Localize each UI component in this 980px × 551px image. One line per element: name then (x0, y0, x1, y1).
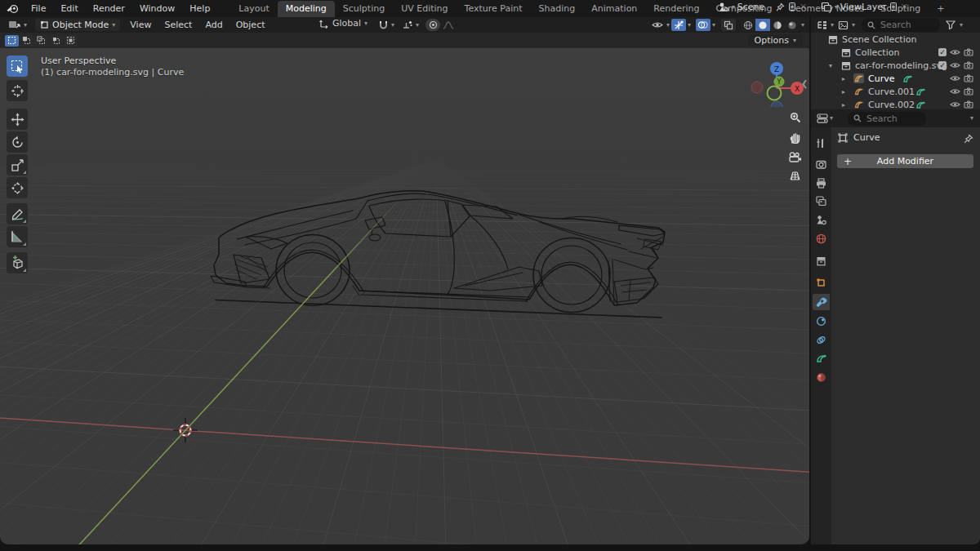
scene-selector[interactable]: ▾ Scene ✕ (718, 2, 807, 12)
hide-eye-icon[interactable] (950, 48, 960, 56)
shading-rendered-button[interactable] (785, 19, 800, 31)
tool-cursor[interactable] (7, 80, 28, 101)
menu-item[interactable]: Window (132, 2, 182, 16)
tab-view-layer[interactable] (813, 193, 830, 209)
tool-transform[interactable] (7, 177, 28, 198)
tab-scene[interactable] (813, 211, 830, 228)
remove-viewlayer-icon[interactable]: ✕ (901, 2, 908, 12)
hide-eye-icon[interactable] (950, 74, 960, 82)
outliner-row-collection[interactable]: Collection ✓ (811, 46, 980, 59)
tool-scale[interactable] (7, 154, 28, 176)
viewport-menu-item[interactable]: Select (158, 18, 198, 32)
tab-object[interactable] (813, 274, 830, 291)
new-scene-icon[interactable] (787, 2, 797, 12)
tool-select-box[interactable] (7, 56, 28, 77)
gizmo-axis-y-neg[interactable] (768, 87, 782, 100)
collapse-icon[interactable]: ▾ (829, 62, 832, 69)
select-mode-new-button[interactable] (5, 35, 19, 47)
tool-add-cube[interactable] (7, 252, 28, 273)
breadcrumb[interactable]: Curve (838, 132, 880, 143)
properties-search[interactable] (848, 112, 926, 126)
tab-render[interactable] (813, 156, 830, 172)
navigation-gizmo[interactable]: Y Z X (750, 55, 804, 107)
outliner-filter-button[interactable] (943, 19, 958, 31)
pan-tool-icon[interactable] (786, 128, 804, 146)
viewport-3d[interactable]: User Perspective (1) car-for-modeling.sv… (0, 48, 809, 544)
menu-item[interactable]: Help (182, 2, 217, 16)
select-mode-subtract-button[interactable] (34, 35, 48, 47)
exclude-checkbox[interactable]: ✓ (938, 48, 947, 56)
camera-view-icon[interactable] (786, 148, 804, 166)
options-button[interactable]: Options ▾ (748, 34, 803, 47)
tab-world[interactable] (813, 230, 830, 247)
properties-search-input[interactable] (865, 113, 920, 125)
workspace-tab[interactable]: + (929, 1, 952, 17)
mode-dropdown[interactable]: Object Mode ▾ (35, 19, 120, 31)
camera-visibility-icon[interactable] (964, 74, 973, 82)
proportional-editing-icon[interactable] (425, 19, 440, 31)
workspace-tab[interactable]: UV Editing (393, 1, 456, 17)
tool-move[interactable] (7, 109, 28, 130)
camera-visibility-icon[interactable] (964, 48, 973, 56)
tab-output[interactable] (813, 175, 830, 191)
add-modifier-button[interactable]: + Add Modifier (837, 154, 973, 168)
gizmo-axis-x-neg[interactable] (751, 82, 763, 93)
outliner-row-scene-collection[interactable]: Scene Collection (811, 33, 980, 46)
outliner-row-curve-002[interactable]: ▸ Curve.002 (811, 98, 980, 109)
properties-editor-type-button[interactable] (815, 113, 830, 125)
tool-measure[interactable] (7, 226, 28, 247)
camera-visibility-icon[interactable] (964, 100, 973, 109)
gizmos-toggle[interactable] (671, 19, 686, 31)
workspace-tab[interactable]: Modeling (278, 1, 335, 17)
outliner-search[interactable] (862, 18, 940, 32)
pin-icon[interactable] (776, 2, 785, 11)
viewport-menu-item[interactable]: View (123, 18, 158, 32)
workspace-tab[interactable]: Animation (583, 1, 645, 17)
menu-item[interactable]: File (24, 2, 53, 16)
hide-eye-icon[interactable] (950, 100, 960, 109)
workspace-tab[interactable]: Rendering (645, 1, 707, 17)
shading-solid-button[interactable] (755, 19, 770, 31)
unlink-scene-icon[interactable]: ✕ (800, 2, 807, 12)
show-object-types-button[interactable] (650, 19, 665, 31)
select-mode-intersect-button[interactable] (64, 35, 78, 47)
viewport-menu-item[interactable]: Object (229, 18, 272, 32)
hide-eye-icon[interactable] (950, 61, 960, 69)
viewlayer-selector[interactable]: ▾ ViewLayer ✕ (821, 2, 908, 12)
zoom-tool-icon[interactable] (786, 108, 804, 126)
tab-modifiers[interactable] (813, 294, 830, 310)
hide-eye-icon[interactable] (950, 87, 960, 96)
menu-item[interactable]: Edit (53, 2, 85, 16)
tab-collection[interactable] (813, 253, 830, 269)
tool-rotate[interactable] (7, 131, 28, 153)
tool-annotate[interactable] (7, 203, 28, 224)
workspace-tab[interactable]: Shading (531, 1, 584, 17)
viewport-menu-item[interactable]: Add (198, 18, 229, 32)
exclude-checkbox[interactable]: ✓ (938, 61, 947, 69)
select-mode-extend-button[interactable] (20, 35, 33, 47)
tab-physics[interactable] (813, 313, 830, 329)
chevron-down-icon[interactable]: ▾ (970, 115, 973, 122)
gizmo-axis-z-neg[interactable] (771, 101, 782, 107)
workspace-tab[interactable]: Layout (230, 1, 277, 17)
outliner-row-curve[interactable]: ▸ Curve (811, 72, 980, 85)
outliner-row-curve-001[interactable]: ▸ Curve.001 (811, 85, 980, 98)
workspace-tab[interactable]: Sculpting (335, 1, 393, 17)
shading-wireframe-button[interactable] (741, 19, 755, 31)
shading-dropdown-icon[interactable]: ▾ (801, 22, 804, 29)
workspace-tab[interactable]: Texture Paint (457, 1, 531, 17)
outliner-display-mode-button[interactable] (814, 19, 829, 31)
shading-material-button[interactable] (770, 19, 785, 31)
select-mode-invert-button[interactable] (49, 35, 63, 47)
expand-icon[interactable]: ▸ (842, 88, 845, 96)
camera-visibility-icon[interactable] (964, 61, 973, 69)
tab-material[interactable] (813, 369, 830, 385)
camera-visibility-icon[interactable] (964, 87, 973, 96)
new-viewlayer-icon[interactable] (889, 2, 898, 12)
expand-icon[interactable]: ▸ (842, 75, 845, 82)
transform-orientation[interactable]: Global ▾ (318, 18, 368, 29)
tab-object-data[interactable] (813, 350, 830, 367)
blender-logo-icon[interactable] (7, 3, 19, 14)
xray-toggle[interactable] (721, 19, 736, 31)
snapping-controls[interactable]: ▾ ▾ (378, 19, 454, 31)
